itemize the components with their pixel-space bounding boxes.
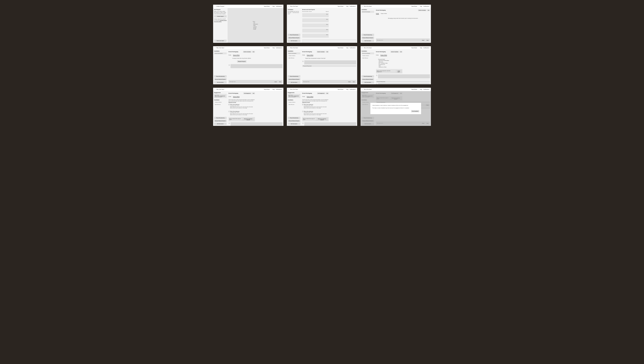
- tab-profile[interactable]: Profile: [228, 96, 231, 98]
- request-extension-button[interactable]: Request an extension proposal: [316, 118, 328, 121]
- back-icon[interactable]: <: [215, 47, 215, 48]
- candidate-item[interactable]: Charles Dickens: [362, 55, 374, 56]
- post-feedback-button[interactable]: Post Feedback: [411, 110, 419, 112]
- read-full-proposal-link[interactable]: Read full proposal: [302, 102, 310, 103]
- call-button[interactable]: Call: [400, 51, 402, 53]
- back-icon[interactable]: <: [215, 89, 215, 90]
- save-button[interactable]: Save: [326, 24, 328, 25]
- help-link[interactable]: Help: [420, 6, 422, 7]
- milestone-checkbox[interactable]: [302, 111, 303, 112]
- notifications-link[interactable]: Notifications: [276, 89, 282, 90]
- save-button[interactable]: Save: [326, 14, 328, 14]
- edit-description-button[interactable]: Edit Description: [214, 123, 227, 125]
- notifications-link[interactable]: Notifications: [350, 47, 356, 48]
- milestone-checkbox[interactable]: [228, 111, 230, 112]
- help-link[interactable]: Help: [346, 89, 348, 90]
- expert-slot[interactable]: Save: [302, 13, 329, 17]
- tab-profile[interactable]: Profile: [376, 54, 378, 56]
- notifications-link[interactable]: Notifications: [350, 89, 356, 90]
- pause-broadcasting-button[interactable]: Pause Broadcasting: [288, 117, 300, 119]
- browse-experts-button[interactable]: Browse Relevant Experts: [214, 120, 227, 122]
- team-share-link[interactable]: Team/Share: [411, 89, 417, 90]
- browse-experts-button[interactable]: Browse Relevant Experts: [288, 37, 300, 39]
- candidate-item[interactable]: Charles Dickens: [288, 101, 300, 103]
- call-button[interactable]: Call: [326, 51, 329, 53]
- save-button[interactable]: Save: [326, 34, 328, 35]
- read-full-proposal-link[interactable]: Read full proposal: [228, 102, 236, 103]
- candidate-item[interactable]: Walt Whitman: [288, 104, 300, 106]
- browse-experts-button[interactable]: Browse Relevant Experts: [288, 78, 300, 80]
- notifications-link[interactable]: Notifications: [276, 6, 282, 7]
- send-button[interactable]: Send: [278, 81, 282, 83]
- end-engagement-button[interactable]: End Engagement: [317, 92, 325, 94]
- team-share-link[interactable]: Team/Share: [411, 6, 417, 7]
- decline-candidate-button[interactable]: Decline Candidate: [243, 51, 252, 53]
- candidate-item[interactable]: Walt Whitman: [214, 104, 227, 106]
- candidate-item[interactable]: Charles Dickens: [288, 55, 300, 56]
- pause-broadcasting-button[interactable]: Pause Broadcasting: [362, 34, 374, 36]
- tab-scope[interactable]: Scope of Work: [307, 54, 313, 56]
- notifications-link[interactable]: Notifications: [424, 47, 429, 48]
- team-share-link[interactable]: Team/Share: [338, 47, 344, 48]
- looks-good-button[interactable]: Looks good!: [396, 70, 402, 73]
- expert-slot[interactable]: Save: [302, 34, 329, 38]
- send-button[interactable]: Send: [352, 81, 356, 83]
- engagement-item[interactable]: sub-section Title of the engagement Erne…: [214, 94, 227, 98]
- help-link[interactable]: Help: [272, 89, 274, 90]
- browse-experts-button[interactable]: Browse Relevant Experts: [362, 37, 374, 39]
- decline-candidate-button[interactable]: Decline Candidate: [390, 51, 399, 53]
- publish-request-button[interactable]: Publish request: [214, 15, 227, 18]
- edit-description-button[interactable]: Edit Description: [362, 40, 374, 42]
- tab-scope[interactable]: Scope of Work: [380, 54, 387, 56]
- edit-description-button[interactable]: Edit Description: [288, 123, 300, 125]
- expert-slot[interactable]: Save: [302, 28, 329, 32]
- attach-button[interactable]: Attach: [274, 81, 278, 83]
- help-link[interactable]: Help: [420, 47, 422, 48]
- tab-scope[interactable]: Scope of Work: [381, 13, 387, 14]
- notifications-link[interactable]: Notifications: [350, 6, 356, 7]
- edit-description-button[interactable]: Edit Description: [288, 40, 300, 42]
- message-input[interactable]: [303, 81, 347, 82]
- tab-scope[interactable]: Scope of Work: [233, 96, 240, 98]
- expert-slot[interactable]: Save: [302, 24, 329, 28]
- help-link[interactable]: Help: [346, 47, 348, 48]
- pause-broadcasting-button[interactable]: Pause Broadcasting: [288, 75, 300, 78]
- decline-candidate-button[interactable]: Decline Candidate: [317, 51, 325, 53]
- back-icon[interactable]: <: [362, 89, 363, 90]
- decline-candidate-button[interactable]: Decline Candidate: [418, 9, 426, 11]
- help-link[interactable]: Help: [346, 6, 348, 7]
- attach-button[interactable]: Attach: [348, 81, 352, 83]
- back-icon[interactable]: <: [288, 47, 289, 48]
- edit-description-button[interactable]: Edit Description: [288, 81, 300, 84]
- team-share-link[interactable]: Team/Share: [264, 89, 270, 90]
- notifications-link[interactable]: Notifications: [424, 89, 429, 90]
- pause-broadcasting-button[interactable]: Pause Broadcasting: [288, 34, 300, 36]
- candidate-item[interactable]: Ernest Hemingway: [362, 52, 374, 54]
- back-icon[interactable]: <: [215, 6, 215, 7]
- team-share-link[interactable]: Team/Share: [338, 89, 344, 90]
- message-input[interactable]: [229, 81, 273, 82]
- back-icon[interactable]: <: [288, 6, 289, 7]
- edit-description-button[interactable]: Edit Description: [214, 81, 227, 84]
- team-share-link[interactable]: Team/Share: [264, 6, 270, 7]
- search-link[interactable]: Search: [326, 11, 329, 12]
- tab-scope[interactable]: Scope of Work: [307, 96, 313, 98]
- save-button[interactable]: Save: [326, 29, 328, 30]
- request-proposal-button[interactable]: Request Proposal: [237, 60, 246, 62]
- end-engagement-button[interactable]: End Engagement: [243, 92, 252, 94]
- call-button[interactable]: Call: [252, 51, 255, 53]
- browse-experts-button[interactable]: Browse Relevant Experts: [288, 120, 300, 122]
- candidate-item[interactable]: Charles Dickens: [214, 101, 227, 103]
- candidate-item[interactable]: Walt Whitman: [288, 57, 300, 59]
- call-button[interactable]: Call: [427, 9, 430, 11]
- tab-recommended[interactable]: Recommended: [302, 11, 308, 12]
- tab-profile[interactable]: Profile: [228, 54, 231, 56]
- expert-slot[interactable]: Save: [302, 18, 329, 22]
- tab-profile[interactable]: Profile: [302, 96, 305, 98]
- tab-scope[interactable]: Scope of Work: [233, 54, 240, 56]
- browse-experts-button[interactable]: Browse Relevant Experts: [362, 78, 374, 80]
- notifications-link[interactable]: Notifications: [276, 47, 282, 48]
- save-button[interactable]: Save: [326, 19, 328, 20]
- team-share-link[interactable]: Team/Share: [264, 47, 270, 48]
- candidate-item[interactable]: Ernest Hemingway: [362, 11, 374, 13]
